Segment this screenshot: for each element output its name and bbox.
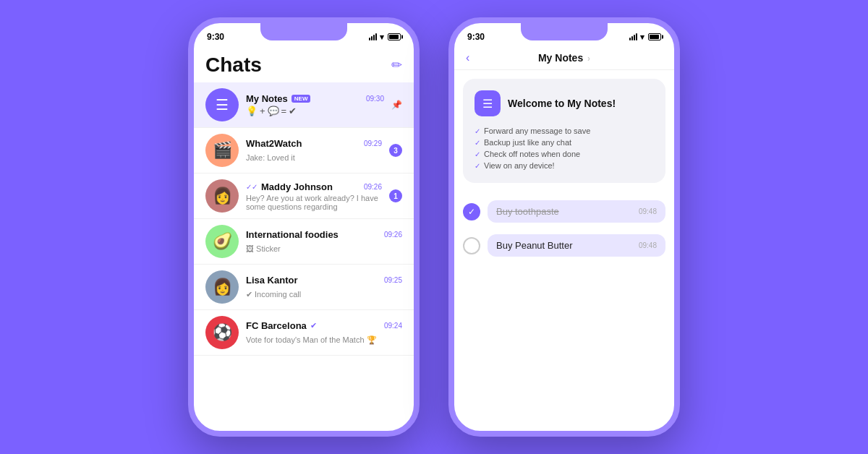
chat-top-what2watch: What2Watch 09:29 xyxy=(246,138,382,149)
pin-icon: 📌 xyxy=(391,100,402,110)
chat-name-maddy: Maddy Johnson xyxy=(261,181,333,192)
note-time-toothpaste: 09:48 xyxy=(639,207,657,215)
left-status-icons: ▾ xyxy=(369,33,401,42)
chats-header: Chats ✏ xyxy=(194,46,414,82)
chat-name-notes: My Notes xyxy=(246,93,288,104)
chats-title: Chats xyxy=(205,53,262,77)
back-button[interactable]: ‹ xyxy=(466,51,469,64)
chat-top-barcelona: FC Barcelona ✔ 09:24 xyxy=(246,320,402,331)
chat-body-my-notes: My Notes NEW 09:30 💡 + 💬 = ✔ xyxy=(246,93,384,116)
welcome-item-1: ✓ Forward any message to save xyxy=(475,125,654,137)
chat-body-maddy: ✓✓ Maddy Johnson 09:26 Hey? Are you at w… xyxy=(246,181,382,211)
avatar-maddy: 👩 xyxy=(205,179,239,213)
chat-top-foodies: International foodies 09:26 xyxy=(246,229,402,240)
welcome-item-4: ✓ View on any device! xyxy=(475,160,654,171)
chat-body-what2watch: What2Watch 09:29 Jake: Loved it xyxy=(246,138,382,163)
compose-icon[interactable]: ✏ xyxy=(391,57,402,73)
check-icon-2: ✓ xyxy=(475,139,480,147)
avatar-lisa: 👩 xyxy=(205,270,239,304)
notes-avatar-icon: ☰ xyxy=(216,96,229,113)
right-battery-icon xyxy=(648,33,661,40)
chat-item-barcelona[interactable]: ⚽ FC Barcelona ✔ 09:24 Vote for today's … xyxy=(194,310,414,356)
chat-body-barcelona: FC Barcelona ✔ 09:24 Vote for today's Ma… xyxy=(246,320,402,346)
checkbox-toothpaste[interactable]: ✓ xyxy=(463,203,480,220)
new-badge-notes: NEW xyxy=(292,95,311,103)
chat-time-foodies: 09:26 xyxy=(384,231,402,239)
chat-preview-barcelona: Vote for today's Man of the Match 🏆 xyxy=(246,335,377,344)
right-phone: 9:30 ▾ ‹ My Notes › ☰ xyxy=(448,17,680,437)
chat-item-maddy[interactable]: 👩 ✓✓ Maddy Johnson 09:26 Hey? Are you at… xyxy=(194,174,414,219)
left-notch xyxy=(260,23,347,40)
avatar-what2watch: 🎬 xyxy=(205,134,239,167)
chat-name-lisa: Lisa Kantor xyxy=(246,275,298,286)
double-check-icon: ✓✓ xyxy=(246,183,258,191)
left-screen: Chats ✏ ☰ My Notes NEW 09:30 xyxy=(194,46,414,431)
right-notch xyxy=(521,23,608,40)
chat-item-foodies[interactable]: 🥑 International foodies 09:26 🖼 Sticker xyxy=(194,219,414,265)
wifi-icon: ▾ xyxy=(380,33,384,42)
welcome-list: ✓ Forward any message to save ✓ Backup j… xyxy=(475,125,654,171)
chat-preview-lisa: ✔ Incoming call xyxy=(246,290,301,299)
check-icon-3: ✓ xyxy=(475,150,480,158)
chat-name-row-maddy: ✓✓ Maddy Johnson xyxy=(246,181,333,192)
chat-time-what2watch: 09:29 xyxy=(364,140,382,147)
chat-time-maddy: 09:26 xyxy=(364,183,382,191)
avatar-my-notes: ☰ xyxy=(205,88,239,121)
left-phone: 9:30 ▾ Chats ✏ ☰ xyxy=(188,17,420,437)
chat-item-what2watch[interactable]: 🎬 What2Watch 09:29 Jake: Loved it 3 xyxy=(194,128,414,174)
chat-item-lisa[interactable]: 👩 Lisa Kantor 09:25 ✔ Incoming call xyxy=(194,265,414,310)
chat-preview-foodies: 🖼 Sticker xyxy=(246,244,281,253)
chat-body-foodies: International foodies 09:26 🖼 Sticker xyxy=(246,229,402,254)
welcome-icon: ☰ xyxy=(475,90,501,116)
chat-name-row-barcelona: FC Barcelona ✔ xyxy=(246,320,317,331)
right-status-icons: ▾ xyxy=(629,33,661,42)
checkbox-peanutbutter[interactable] xyxy=(463,237,480,254)
chat-body-lisa: Lisa Kantor 09:25 ✔ Incoming call xyxy=(246,275,402,300)
note-item-peanutbutter[interactable]: Buy Peanut Butter 09:48 xyxy=(463,228,665,262)
welcome-title: Welcome to My Notes! xyxy=(508,98,616,109)
notes-header: ‹ My Notes › xyxy=(454,46,674,70)
welcome-header: ☰ Welcome to My Notes! xyxy=(475,90,654,116)
chat-preview-what2watch: Jake: Loved it xyxy=(246,153,295,162)
note-bubble-peanutbutter: Buy Peanut Butter 09:48 xyxy=(488,234,665,257)
notes-chevron-icon: › xyxy=(587,53,590,64)
chat-name-barcelona: FC Barcelona xyxy=(246,320,307,331)
chat-name-row-notes: My Notes NEW xyxy=(246,93,310,104)
chat-preview-maddy: Hey? Are you at work already? I have som… xyxy=(246,194,382,211)
note-text-peanutbutter: Buy Peanut Butter xyxy=(496,240,573,251)
chat-name-what2watch: What2Watch xyxy=(246,138,302,149)
battery-icon xyxy=(388,33,401,40)
chat-top-lisa: Lisa Kantor 09:25 xyxy=(246,275,402,286)
unread-badge-what2watch: 3 xyxy=(389,144,402,157)
checkmark-icon: ✔ xyxy=(289,106,297,116)
notes-icon-symbol: ☰ xyxy=(482,97,493,111)
unread-badge-maddy: 1 xyxy=(389,189,402,202)
chat-top-my-notes: My Notes NEW 09:30 xyxy=(246,93,384,104)
chat-time-lisa: 09:25 xyxy=(384,276,402,284)
chat-bubble-icon: 💬 xyxy=(268,106,279,116)
right-screen: ‹ My Notes › ☰ Welcome to My Notes! ✓ xyxy=(454,46,674,431)
avatar-foodies: 🥑 xyxy=(205,225,239,258)
right-wifi-icon: ▾ xyxy=(640,33,644,42)
right-signal-icon xyxy=(629,33,637,40)
note-time-peanutbutter: 09:48 xyxy=(639,241,657,249)
chat-name-foodies: International foodies xyxy=(246,229,339,240)
note-bubble-toothpaste: Buy toothpaste 09:48 xyxy=(488,200,665,223)
lightbulb-icon: 💡 xyxy=(246,106,258,116)
avatar-barcelona: ⚽ xyxy=(205,316,239,349)
note-text-toothpaste: Buy toothpaste xyxy=(496,206,559,217)
chat-time-barcelona: 09:24 xyxy=(384,322,402,330)
note-item-toothpaste[interactable]: ✓ Buy toothpaste 09:48 xyxy=(463,194,665,228)
check-icon-4: ✓ xyxy=(475,162,480,170)
chat-time-notes: 09:30 xyxy=(366,95,384,103)
right-time: 9:30 xyxy=(467,32,485,42)
welcome-card: ☰ Welcome to My Notes! ✓ Forward any mes… xyxy=(463,79,665,183)
chat-top-maddy: ✓✓ Maddy Johnson 09:26 xyxy=(246,181,382,192)
notes-title: My Notes › xyxy=(538,52,590,64)
chat-item-my-notes[interactable]: ☰ My Notes NEW 09:30 💡 + 💬 = xyxy=(194,82,414,128)
check-icon-1: ✓ xyxy=(475,127,480,135)
welcome-item-3: ✓ Check off notes when done xyxy=(475,148,654,160)
signal-icon xyxy=(369,33,377,40)
chat-list: ☰ My Notes NEW 09:30 💡 + 💬 = xyxy=(194,82,414,356)
notes-preview: 💡 + 💬 = ✔ xyxy=(246,106,384,116)
